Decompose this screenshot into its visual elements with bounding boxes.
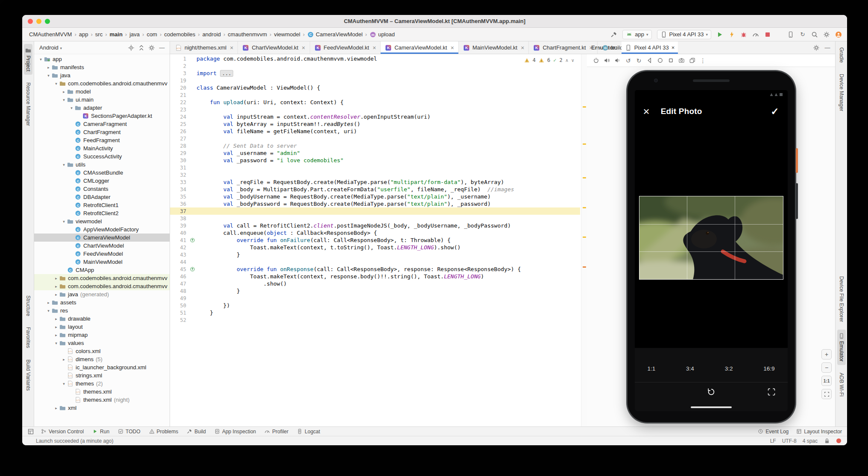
breadcrumb-item[interactable]: cmauthenmvvm — [228, 31, 267, 38]
zoom-in-button[interactable]: + — [821, 349, 832, 359]
code-line[interactable]: 44 — [170, 258, 580, 266]
tool-stripe-button-build-variants[interactable]: Build Variants — [24, 356, 32, 394]
tree-item[interactable]: </>colors.xml — [34, 347, 170, 355]
confirm-check-icon[interactable]: ✓ — [771, 106, 779, 117]
breadcrumb-item[interactable]: viewmodel — [274, 31, 300, 38]
lock-icon[interactable] — [824, 438, 830, 444]
close-icon[interactable]: × — [372, 44, 376, 51]
run-config-select[interactable]: app ▾ — [622, 30, 651, 39]
code-line[interactable]: 29 val _username = "admin" — [170, 149, 580, 157]
tree-item[interactable]: </>strings.xml — [34, 371, 170, 380]
code-line[interactable]: 23 — [170, 106, 580, 113]
apply-changes-button[interactable] — [728, 31, 735, 38]
tree-item[interactable]: ▸xml — [34, 404, 170, 412]
rotate-right-button[interactable]: ↻ — [636, 57, 642, 64]
close-window-button[interactable] — [28, 19, 33, 24]
chevron-right-icon[interactable]: ▸ — [45, 301, 52, 305]
breadcrumb-item[interactable]: mupload — [369, 31, 395, 38]
close-icon[interactable]: × — [521, 44, 524, 51]
chevron-down-icon[interactable]: ▾ — [53, 341, 59, 345]
chevron-down-icon[interactable]: ▾ — [68, 106, 75, 110]
code-line[interactable]: 27 — [170, 135, 580, 142]
tree-item[interactable]: CMainViewModel — [34, 258, 170, 266]
code-line[interactable]: 32 — [170, 171, 580, 178]
tree-item[interactable]: CCMAssetBundle — [34, 169, 170, 177]
tree-item[interactable]: </>ic_launcher_background.xml — [34, 363, 170, 371]
breadcrumb-item[interactable]: com — [147, 31, 157, 38]
chevron-right-icon[interactable]: ▸ — [53, 333, 59, 337]
tool-stripe-button-gradle[interactable]: Gradle — [837, 44, 846, 66]
code-line[interactable]: 42 Toast.makeText(context, t.toString(),… — [170, 244, 580, 251]
override-marker-icon[interactable] — [190, 237, 195, 243]
code-line[interactable]: 30 val _password = "i love codemobiles" — [170, 157, 580, 164]
tree-item[interactable]: CDBAdapter — [34, 193, 170, 201]
editor-tab-chartfragment-kt[interactable]: KChartFragment.kt× — [529, 41, 597, 54]
chevron-down-icon[interactable]: ▾ — [61, 382, 67, 386]
chevron-down-icon[interactable]: ▾ — [53, 82, 59, 86]
tree-item[interactable]: CConstants — [34, 185, 170, 193]
tree-item[interactable]: ▾com.codemobiles.android.cmauthenmvv — [34, 79, 170, 88]
code-line[interactable]: 49 — [170, 295, 580, 302]
tree-item[interactable]: CRetrofitClient1 — [34, 201, 170, 209]
code-line[interactable]: 40 call.enqueue(object : Callback<Respon… — [170, 229, 580, 237]
code-line[interactable]: 25 val byteArray = inputStream!!.readByt… — [170, 120, 580, 128]
power-button[interactable] — [593, 57, 599, 64]
code-line[interactable]: 48 } — [170, 287, 580, 295]
code-line[interactable]: 21 — [170, 91, 580, 99]
code-line[interactable]: 22 fun upload(uri: Uri, context: Context… — [170, 99, 580, 106]
chevron-right-icon[interactable]: ▸ — [61, 357, 67, 362]
tree-item[interactable]: ▾utils — [34, 161, 170, 169]
snapshot-button[interactable] — [689, 57, 695, 64]
aspect-ratio-option[interactable]: 16:9 — [763, 365, 774, 372]
tree-item[interactable]: CChartFragment — [34, 128, 170, 136]
back-button[interactable] — [646, 57, 653, 64]
code-line[interactable]: 43 } — [170, 251, 580, 258]
code-line[interactable]: 36 val _bodyPassword = RequestBody.creat… — [170, 200, 580, 207]
tree-item[interactable]: ▸</>dimens(5) — [34, 355, 170, 363]
chevron-right-icon[interactable]: ▸ — [53, 325, 59, 329]
tree-item[interactable]: CMainActivity — [34, 144, 170, 152]
editor-tab-cameraviewmodel-kt[interactable]: KCameraViewModel.kt× — [381, 41, 459, 54]
crop-free-icon[interactable] — [767, 388, 776, 396]
aspect-ratio-option[interactable]: 3:2 — [725, 365, 733, 372]
breadcrumb-item[interactable]: CCameraViewModel — [307, 31, 363, 38]
chevron-right-icon[interactable]: ▸ — [53, 317, 59, 321]
error-stripe[interactable] — [581, 54, 587, 426]
zoom-fit-button[interactable] — [821, 389, 832, 399]
build-hammer-icon[interactable] — [610, 31, 617, 38]
bottom-tool-build[interactable]: Build — [187, 429, 206, 435]
chevron-right-icon[interactable]: ▸ — [53, 292, 59, 297]
tree-item[interactable]: </>themes.xml — [34, 388, 170, 396]
titlebar[interactable]: CMAuthenMVVM – CameraViewModel.kt [CMAut… — [22, 15, 847, 28]
tree-item[interactable]: CCameraViewModel — [34, 234, 170, 242]
code-line[interactable]: 47 .show() — [170, 280, 580, 287]
settings-button[interactable] — [823, 31, 830, 38]
tree-item[interactable]: CRetrofitClient2 — [34, 209, 170, 217]
overview-button[interactable] — [668, 57, 674, 64]
tree-item[interactable]: ▸com.codemobiles.android.cmauthenmvv — [34, 274, 170, 282]
breadcrumb-item[interactable]: codemobiles — [164, 31, 195, 38]
code-line[interactable]: 2 — [170, 62, 580, 70]
rotate-left-button[interactable]: ↺ — [625, 57, 631, 64]
tool-window-switcher-icon[interactable] — [27, 428, 34, 435]
tree-item[interactable]: KSectionsPagerAdapter.kt — [34, 112, 170, 120]
volume-up-button[interactable] — [604, 57, 610, 64]
code-line[interactable]: 31 — [170, 164, 580, 171]
editor-tab-chartviewmodel-kt[interactable]: KChartViewModel.kt× — [238, 41, 310, 54]
editor-tab-mainviewmodel-kt[interactable]: KMainViewModel.kt× — [459, 41, 529, 54]
tool-stripe-button-resource-manager[interactable]: Resource Manager — [24, 79, 32, 129]
code-line[interactable]: 41 override fun onFailure(call: Call<Res… — [170, 237, 580, 244]
tree-item[interactable]: ▾</>themes(2) — [34, 380, 170, 388]
avatar[interactable] — [835, 31, 842, 38]
bottom-tool-version-control[interactable]: Version Control — [41, 429, 84, 435]
gear-icon[interactable] — [148, 44, 155, 51]
tree-item[interactable]: ▸model — [34, 88, 170, 96]
tree-item[interactable]: ▾ui.main — [34, 96, 170, 104]
debug-button[interactable] — [740, 31, 747, 38]
chevron-down-icon[interactable]: ▾ — [38, 57, 44, 61]
code-area[interactable]: 1package com.codemobiles.android.cmauthe… — [170, 54, 587, 426]
code-line[interactable]: 45 override fun onResponse(call: Call<Re… — [170, 266, 580, 273]
tree-item[interactable]: ▾adapter — [34, 104, 170, 112]
select-opened-file-icon[interactable] — [128, 44, 135, 51]
editor-tab-feedviewmodel-kt[interactable]: KFeedViewModel.kt× — [310, 41, 381, 54]
